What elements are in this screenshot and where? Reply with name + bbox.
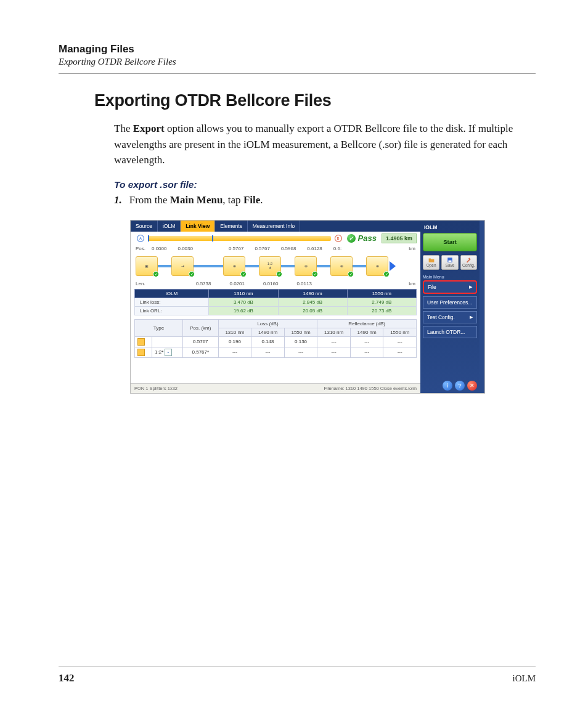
info-icon[interactable]: i [443,381,452,391]
page-heading: Exporting OTDR Bellcore Files [94,91,536,110]
pass-label: Pass [358,233,377,243]
product-name: iOLM [513,673,536,684]
tab-iolm[interactable]: iOLM [158,221,181,232]
start-button[interactable]: Start [423,233,477,251]
len-label: Len. [136,281,152,286]
overview-track[interactable] [148,236,331,241]
measurement-table: iOLM 1310 nm 1490 nm 1550 nm Link loss: … [134,289,417,315]
procedure-subheading: To export .sor file: [114,179,536,190]
event-node[interactable]: ⊕✓ [330,256,353,276]
sidebar-title: iOLM [423,223,477,233]
step-1: 1.From the Main Menu, tap File. [114,194,536,206]
pass-check-icon: ✓ [347,234,356,243]
menu-launch-otdr[interactable]: Launch OTDR... [423,326,477,338]
tab-source[interactable]: Source [131,221,158,232]
side-grip[interactable] [480,221,484,393]
config-button[interactable]: Config. [460,255,477,270]
marker-a-icon: A [137,235,144,242]
event-type-icon [137,338,145,346]
tab-elements[interactable]: Elements [215,221,247,232]
table-row[interactable]: 1:2* ⌄ 0.5767* --------- --------- [135,347,417,357]
event-type-icon [137,349,145,356]
app-sidebar: iOLM Start Open Save Config. [420,221,480,393]
pos-label: Pos. [136,246,152,251]
event-node-splitter[interactable]: 1:2⋔✓ [259,256,281,276]
menu-test-config[interactable]: Test Config.▶ [423,311,477,323]
main-menu-label: Main Menu [423,275,477,279]
running-section: Exporting OTDR Bellcore Files [59,57,536,67]
pos-values: 0.0000 0.0030 0.5767 0.5767 0.5968 0.612… [152,246,341,251]
save-button[interactable]: Save [441,255,458,270]
menu-user-preferences[interactable]: User Preferences... [423,296,477,309]
tools-icon [465,257,472,263]
len-unit: km [409,281,415,286]
tab-bar: Source iOLM Link View Elements Measureme… [131,221,420,232]
header-rule [59,73,536,74]
page-number: 142 [59,672,75,684]
pos-unit: km [409,246,415,251]
status-bar: PON 1 Splitters 1x32 Filename: 1310 1490… [131,383,420,393]
tab-link-view[interactable]: Link View [181,221,215,232]
running-chapter: Managing Files [59,43,536,55]
help-icon[interactable]: ? [455,381,465,391]
event-node[interactable]: ▣✓ [136,256,158,276]
svg-rect-1 [448,261,451,262]
event-node[interactable]: ⊕✓ [223,256,245,276]
dropdown-icon[interactable]: ⌄ [165,349,172,356]
scroll-right-icon[interactable] [390,261,396,271]
intro-paragraph: The Export option allows you to manually… [114,121,523,168]
app-screenshot: Source iOLM Link View Elements Measureme… [130,220,485,394]
chevron-right-icon: ▶ [470,315,473,320]
event-node[interactable]: ⊕✓ [366,256,388,276]
event-node[interactable]: ⊕✓ [295,256,317,276]
open-button[interactable]: Open [423,255,439,270]
events-table: Type Pos. (km) Loss (dB) Reflectance (dB… [134,319,417,358]
total-distance-badge: 1.4905 km [382,233,417,243]
event-node[interactable]: ⇥✓ [171,256,194,276]
chevron-right-icon: ▶ [469,285,472,290]
floppy-icon [447,257,453,263]
event-chain[interactable]: ▣✓ ⇥✓ ⊕✓ 1:2⋔✓ ⊕✓ ⊕✓ ⊕✓ [131,253,420,280]
marker-b-icon: B [335,235,342,242]
menu-file[interactable]: File▶ [423,280,477,294]
table-row[interactable]: 0.5767 0.1960.1480.136 --------- [135,336,417,347]
len-values: 0.5738 0.0201 0.0160 0.0113 [196,281,312,286]
close-icon[interactable]: ✕ [467,381,477,391]
tab-measurement-info[interactable]: Measurement Info [248,221,301,232]
folder-open-icon [428,257,435,263]
